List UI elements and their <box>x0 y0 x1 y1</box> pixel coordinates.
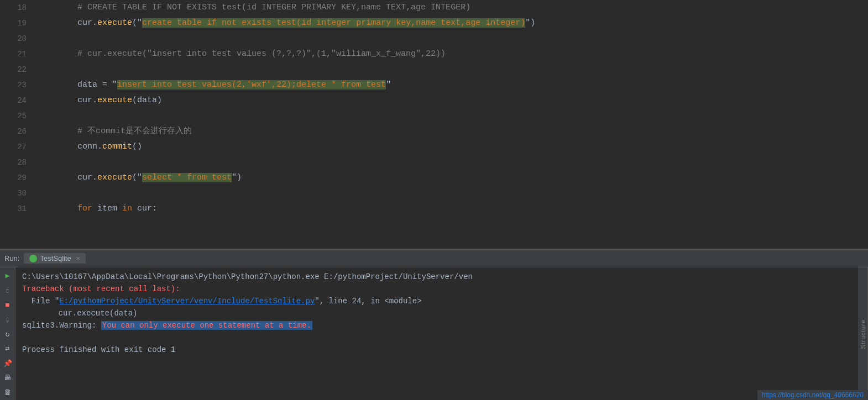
code-token: cur <box>38 18 92 28</box>
line-content: data = "insert into test values(2,'wxf',… <box>33 77 868 93</box>
code-token: . <box>92 173 97 182</box>
tab-close-button[interactable]: × <box>76 255 80 262</box>
code-token: " <box>386 80 391 90</box>
line-number: 31 <box>0 201 33 217</box>
run-sidebar: ▶ ⇧ ■ ⇩ ↻ ⇄ 📌 🖶 🗑 <box>0 267 15 400</box>
line-content: cur.execute("create table if not exists … <box>33 15 868 31</box>
code-token <box>38 204 77 213</box>
line-number: 27 <box>0 139 33 155</box>
run-down-button[interactable]: ⇩ <box>2 314 13 324</box>
line-number: 20 <box>0 31 33 46</box>
output-line: Traceback (most recent call last): <box>22 283 851 295</box>
line-content: # CREATE TABLE IF NOT EXISTS test(id INT… <box>33 0 868 15</box>
run-rerun-button[interactable]: ↻ <box>2 329 13 339</box>
code-token: (" <box>132 173 142 182</box>
code-token: (" <box>132 18 142 28</box>
line-content: for item in cur: <box>33 201 868 217</box>
code-token: # cur.execute("insert into test values (… <box>38 49 446 59</box>
run-label: Run: <box>4 254 19 262</box>
code-line: 21 # cur.execute("insert into test value… <box>0 46 868 62</box>
run-print-button[interactable]: 🖶 <box>2 373 13 383</box>
line-number: 22 <box>0 62 33 77</box>
run-panel: Run: TestSqlite × ▶ ⇧ ■ ⇩ ↻ ⇄ 📌 🖶 🗑 C:\U… <box>0 249 868 400</box>
line-content: # cur.execute("insert into test values (… <box>33 46 868 62</box>
warning-message: You can only execute one statement at a … <box>101 321 312 330</box>
code-line: 25 <box>0 108 868 124</box>
run-stop-button[interactable]: ■ <box>2 300 13 310</box>
code-token: insert into test values(2,'wxf',22);dele… <box>117 80 386 90</box>
code-line: 24 cur.execute(data) <box>0 93 868 108</box>
structure-panel: Structure <box>858 267 868 400</box>
run-play-button[interactable]: ▶ <box>2 271 13 281</box>
line-number: 25 <box>0 108 33 124</box>
code-token: item <box>92 204 122 213</box>
editor-area: 18 # CREATE TABLE IF NOT EXISTS test(id … <box>0 0 868 249</box>
code-token: (data) <box>132 96 162 105</box>
file-link[interactable]: E:/pythomProject/UnityServer/venv/Includ… <box>59 297 315 306</box>
line-content: # 不commit是不会进行存入的 <box>33 124 868 139</box>
run-scroll-button[interactable]: ⇄ <box>2 344 13 354</box>
line-content: conn.commit() <box>33 139 868 155</box>
code-line: 19 cur.execute("create table if not exis… <box>0 15 868 31</box>
code-token: # 不commit是不会进行存入的 <box>38 127 192 136</box>
code-token: cur: <box>132 204 157 213</box>
run-outer: ▶ ⇧ ■ ⇩ ↻ ⇄ 📌 🖶 🗑 C:\Users\10167\AppData… <box>0 267 868 400</box>
code-token: execute <box>97 18 132 28</box>
output-line: File "E:/pythomProject/UnityServer/venv/… <box>22 295 851 307</box>
code-token: . <box>92 96 97 105</box>
warning-label: sqlite3.Warning: <box>22 321 101 330</box>
code-token: conn <box>38 142 97 151</box>
run-output[interactable]: C:\Users\10167\AppData\Local\Programs\Py… <box>15 267 858 400</box>
output-line: sqlite3.Warning: You can only execute on… <box>22 319 851 331</box>
output-line: cur.execute(data) <box>40 307 851 319</box>
output-line: Process finished with exit code 1 <box>22 344 851 356</box>
tab-name: TestSqlite <box>40 254 71 262</box>
code-line: 28 <box>0 155 868 170</box>
tab-python-icon <box>29 255 37 262</box>
structure-label: Structure <box>860 319 866 349</box>
line-content <box>33 108 868 124</box>
line-content <box>33 31 868 46</box>
line-content <box>33 155 868 170</box>
line-content <box>33 186 868 201</box>
line-number: 30 <box>0 186 33 201</box>
line-content: cur.execute(data) <box>33 93 868 108</box>
code-token: # CREATE TABLE IF NOT EXISTS test(id INT… <box>38 3 470 12</box>
bottom-url[interactable]: https://blog.csdn.net/qq_40666620 <box>757 390 868 400</box>
code-token: cur <box>38 173 92 182</box>
line-content <box>33 62 868 77</box>
output-line <box>22 331 851 344</box>
code-token: execute <box>97 96 132 105</box>
code-token: ") <box>232 173 242 182</box>
code-line: 18 # CREATE TABLE IF NOT EXISTS test(id … <box>0 0 868 15</box>
code-line: 26 # 不commit是不会进行存入的 <box>0 124 868 139</box>
line-number: 26 <box>0 124 33 139</box>
code-token: data = " <box>38 80 117 90</box>
code-token: () <box>132 142 142 151</box>
code-token: . <box>97 142 102 151</box>
line-number: 21 <box>0 46 33 62</box>
code-token: commit <box>102 142 132 151</box>
code-token: in <box>122 204 132 213</box>
run-up-button[interactable]: ⇧ <box>2 285 13 295</box>
run-tab[interactable]: TestSqlite × <box>24 253 85 264</box>
run-header: Run: TestSqlite × <box>0 250 868 267</box>
code-line: 23 data = "insert into test values(2,'wx… <box>0 77 868 93</box>
line-number: 19 <box>0 15 33 31</box>
code-line: 30 <box>0 186 868 201</box>
line-number: 29 <box>0 170 33 186</box>
line-content: cur.execute("select * from test") <box>33 170 868 186</box>
run-pin-button[interactable]: 📌 <box>2 359 13 369</box>
line-number: 28 <box>0 155 33 170</box>
code-token: create table if not exists test(id integ… <box>142 18 525 28</box>
code-line: 22 <box>0 62 868 77</box>
code-token: for <box>77 204 92 213</box>
code-line: 20 <box>0 31 868 46</box>
line-number: 23 <box>0 77 33 93</box>
code-token: . <box>92 18 97 28</box>
code-line: 27 conn.commit() <box>0 139 868 155</box>
code-token: execute <box>97 173 132 182</box>
run-delete-button[interactable]: 🗑 <box>2 388 13 398</box>
line-number: 24 <box>0 93 33 108</box>
code-line: 29 cur.execute("select * from test") <box>0 170 868 186</box>
